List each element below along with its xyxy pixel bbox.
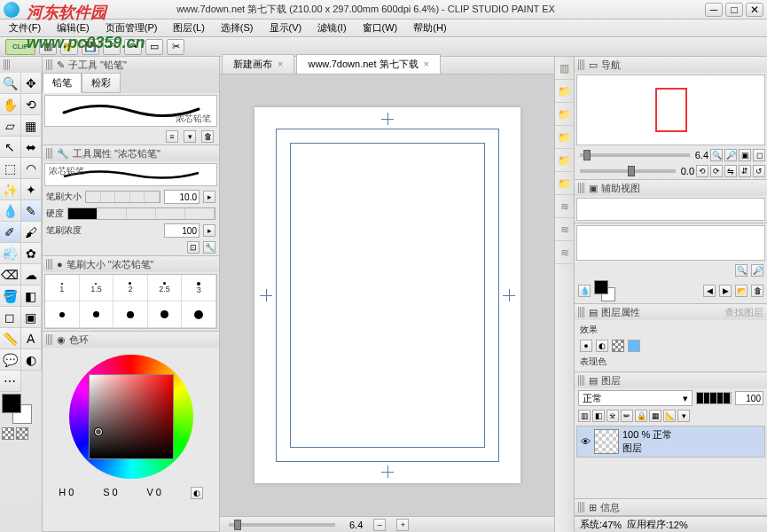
size-preset[interactable] [182,301,216,328]
layer-draft-icon[interactable]: ✏ [621,410,633,422]
hand-tool[interactable]: ✋ [0,94,21,115]
drag-handle-icon[interactable] [46,334,53,345]
redo-button[interactable]: ↷ [124,39,142,55]
wand-tool[interactable]: ✨ [0,179,21,200]
close-tab-icon[interactable]: × [424,59,429,69]
spare-open-icon[interactable]: 📂 [735,285,747,297]
nav-fit-icon[interactable]: ▣ [739,149,751,161]
blend-mode-select[interactable]: 正常▾ [578,390,693,406]
drag-handle-icon[interactable] [578,502,585,512]
drag-handle-icon[interactable] [578,59,585,70]
nav-rot-ccw-icon[interactable]: ⟲ [696,165,708,177]
object-tool[interactable]: ▦ [21,115,43,137]
fx-border-icon[interactable]: ● [580,340,592,352]
zoom-in-icon[interactable]: + [396,519,409,531]
visibility-icon[interactable]: 👁 [581,436,591,447]
eraser-tool[interactable]: ⌫ [0,264,21,286]
menu-help[interactable]: 帮助(H) [408,20,451,36]
toolprop-reset-icon[interactable]: ⊡ [187,241,200,254]
menu-layer[interactable]: 图层(L) [168,20,209,36]
drag-handle-icon[interactable] [4,59,11,70]
zoom-out-icon[interactable]: – [373,519,386,531]
menu-select[interactable]: 选择(S) [215,20,259,36]
nav-flip-h-icon[interactable]: ⇋ [724,165,737,177]
dock-folder2-icon[interactable]: 📁 [555,103,574,126]
dock-layers3-icon[interactable]: ≋ [555,241,574,264]
move-tool[interactable]: ✥ [21,73,43,94]
size-preset[interactable] [45,301,80,328]
toolprop-wrench-icon[interactable]: 🔧 [203,241,215,254]
color-mode-icon[interactable]: ◐ [191,487,203,499]
size-preset[interactable] [113,301,148,328]
color-cursor[interactable] [95,428,102,435]
nav-zoom-out-icon[interactable]: 🔍 [710,149,723,161]
layer-more-icon[interactable]: ▾ [677,410,690,422]
layer-ref-icon[interactable]: ※ [607,410,619,422]
text-tool[interactable]: A [21,328,43,349]
clear-button[interactable]: ▭ [145,39,163,55]
nav-rotate-slider[interactable] [580,169,676,173]
drag-handle-icon[interactable] [46,148,53,159]
dock-folder5-icon[interactable]: 📁 [555,172,574,195]
spare-prev-icon[interactable]: ◀ [703,285,716,297]
dock-folder-icon[interactable]: 📁 [555,80,574,103]
spare-zoom-out-icon[interactable]: 🔍 [735,264,747,277]
shape-tool[interactable]: ◻ [0,307,21,328]
dock-layers2-icon[interactable]: ≋ [555,218,574,241]
rotate-tool[interactable]: ⟲ [21,94,43,115]
layer-move-tool[interactable]: ⬌ [21,137,43,158]
dock-folder4-icon[interactable]: 📁 [555,149,574,172]
fx-color-icon[interactable] [628,340,640,352]
nav-100-icon[interactable]: ◻ [753,149,765,161]
density-input[interactable] [164,223,200,238]
zoom-tool[interactable]: 🔍 [0,73,21,94]
close-button[interactable]: ✕ [746,3,763,17]
brush-size-input[interactable] [164,190,200,204]
fill-tool[interactable]: 🪣 [0,286,21,307]
select-arrow-tool[interactable]: ↖ [0,137,21,158]
blend-tool[interactable]: ☁ [21,264,43,286]
brush-size-link-icon[interactable]: ▸ [203,191,215,203]
open-button[interactable]: 📂 [60,39,78,55]
color-wheel[interactable] [69,355,193,479]
doc-tab[interactable]: www.7down.net 第七下载× [296,54,441,74]
menu-page[interactable]: 页面管理(P) [100,20,163,36]
dock-nav-icon[interactable]: ▥ [555,57,574,80]
zoom-slider[interactable] [229,523,335,527]
nav-flip-v-icon[interactable]: ⇵ [739,165,751,177]
misc-tool[interactable]: ⋯ [0,371,21,392]
subtool-menu-icon[interactable]: ≡ [166,130,178,143]
layer-ruler-icon[interactable]: 📐 [663,410,676,422]
size-preset[interactable] [80,301,114,328]
size-preset[interactable]: 3 [182,275,216,301]
opacity-input[interactable] [735,391,763,405]
size-preset[interactable]: 1.5 [80,275,114,301]
tab-pencil[interactable]: 铅笔 [43,73,82,93]
transparent-swatch[interactable] [2,427,14,440]
layer-clip-icon[interactable]: ▥ [578,410,591,422]
quick-select-tool[interactable]: ✦ [21,179,43,200]
fg-color-swatch[interactable] [2,394,21,413]
eyedropper-tool[interactable]: 💧 [0,200,21,222]
canvas-viewport[interactable] [220,74,554,516]
navigator-preview[interactable] [576,74,765,145]
minimize-button[interactable]: ─ [705,3,723,17]
drag-handle-icon[interactable] [46,59,53,70]
layer-row[interactable]: 👁 100 % 正常 图层 [576,426,765,458]
cut-button[interactable]: ✂ [167,39,184,55]
new-button[interactable]: ▥ [39,39,57,55]
spare-trash-icon[interactable]: 🗑 [751,285,763,297]
menu-view[interactable]: 显示(V) [264,20,308,36]
aux-view-area[interactable] [576,198,765,221]
drag-handle-icon[interactable] [578,183,585,193]
dock-folder3-icon[interactable]: 📁 [555,126,574,149]
color-square[interactable] [89,374,174,459]
fx-shadow-icon[interactable]: ◐ [596,340,608,352]
subtool-trash-icon[interactable]: 🗑 [201,130,214,143]
size-preset[interactable]: 1 [45,275,80,301]
brush-size-slider[interactable] [85,191,160,203]
save-button[interactable]: 💾 [82,39,99,55]
frame-tool[interactable]: ▣ [21,307,43,328]
menu-edit[interactable]: 编辑(E) [51,20,95,36]
brush-tool[interactable]: 🖌 [21,222,43,243]
